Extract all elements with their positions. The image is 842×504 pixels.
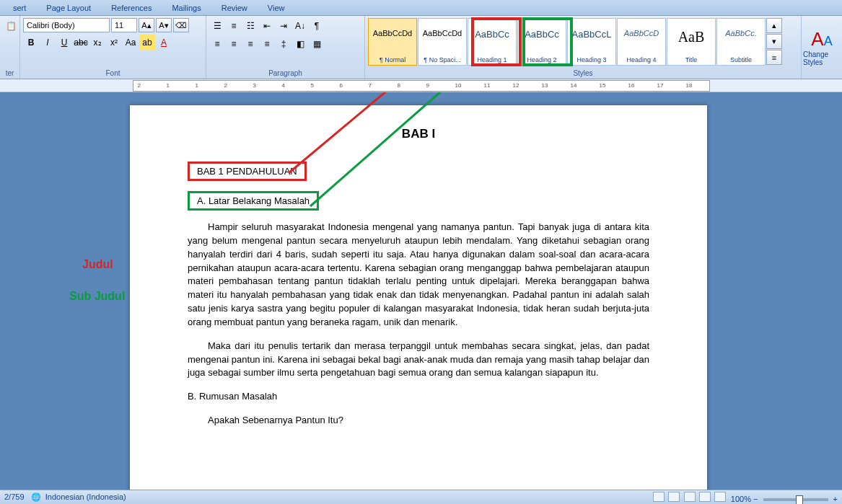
view-draft[interactable] [714, 492, 726, 502]
view-full-screen[interactable] [668, 492, 680, 502]
language-indicator[interactable]: Indonesian (Indonesia) [45, 492, 126, 501]
styles-down[interactable]: ▾ [766, 34, 782, 49]
document-area: Judul Sub Judul BAB I BAB 1 PENDAHULUAN … [0, 92, 842, 490]
paragraph-1: Hampir seluruh masyarakat Indonesia meng… [188, 221, 649, 330]
font-group: A▴ A▾ ⌫ B I U abc x₂ x² Aa ab A Font [20, 16, 206, 79]
change-case-button[interactable]: Aa [123, 35, 139, 50]
zoom-slider[interactable] [763, 498, 828, 501]
doc-heading: BAB I [188, 127, 649, 141]
view-buttons [652, 495, 728, 503]
heading2-highlight [522, 17, 573, 66]
styles-group: AaBbCcDd¶ NormalAaBbCcDd¶ No Spaci...AaB… [365, 16, 802, 79]
view-web-layout[interactable] [684, 492, 696, 502]
style-heading-3[interactable]: AaBbCcLHeading 3 [567, 18, 616, 66]
style-title[interactable]: AaBTitle [667, 18, 716, 66]
annotation-subjudul: Sub Judul [69, 290, 125, 303]
ruler[interactable]: 21123456789101112131415161718 [133, 80, 710, 92]
subjudul-box: A. Latar Belakang Masalah [188, 191, 319, 211]
show-marks-button[interactable]: ¶ [309, 18, 325, 34]
grow-font-button[interactable]: A▴ [139, 18, 154, 32]
paste-button[interactable]: 📋 [3, 18, 19, 34]
ribbon: 📋 ter A▴ A▾ ⌫ B I U abc x₂ x² Aa ab A [0, 16, 842, 79]
paragraph-3: B. Rumusan Masalah [188, 390, 649, 404]
shading-button[interactable]: ◧ [292, 36, 308, 52]
font-label: Font [23, 68, 203, 77]
tab-view[interactable]: View [258, 0, 295, 16]
align-center-button[interactable]: ≡ [226, 36, 242, 52]
bold-button[interactable]: B [23, 35, 39, 50]
strike-button[interactable]: abc [73, 35, 89, 50]
tab-insert[interactable]: sert [3, 0, 36, 16]
numbering-button[interactable]: ≡ [226, 18, 242, 34]
tab-mailings[interactable]: Mailings [162, 0, 211, 16]
clipboard-group: 📋 ter [0, 16, 20, 79]
underline-button[interactable]: U [56, 35, 72, 50]
align-right-button[interactable]: ≡ [242, 36, 258, 52]
bullets-button[interactable]: ☰ [209, 18, 225, 34]
tab-review[interactable]: Review [211, 0, 258, 16]
tab-references[interactable]: References [101, 0, 162, 16]
style-subtitle[interactable]: AaBbCc.Subtitle [716, 18, 766, 66]
align-left-button[interactable]: ≡ [209, 36, 225, 52]
italic-button[interactable]: I [40, 35, 56, 50]
paragraph-4: Apakah Sebenarnya Pantun Itu? [188, 414, 649, 428]
sort-button[interactable]: A↓ [292, 18, 308, 34]
styles-up[interactable]: ▴ [766, 18, 782, 33]
style-heading-4[interactable]: AaBbCcDHeading 4 [617, 18, 666, 66]
styles-label: Styles [368, 68, 798, 77]
multilevel-button[interactable]: ☷ [242, 18, 258, 34]
font-name-combo[interactable] [23, 18, 110, 32]
font-color-button[interactable]: A [156, 35, 172, 50]
zoom-level[interactable]: 100% [731, 495, 751, 503]
clear-format-button[interactable]: ⌫ [173, 18, 189, 32]
highlight-button[interactable]: ab [139, 35, 155, 50]
status-bar: 2/759 🌐 Indonesian (Indonesia) 100% − + [0, 490, 842, 504]
view-print-layout[interactable] [653, 492, 665, 502]
page-indicator[interactable]: 2/759 [4, 492, 25, 501]
paragraph-label: Paragraph [209, 68, 361, 77]
clipboard-label: ter [3, 68, 17, 77]
paragraph-group: ☰ ≡ ☷ ⇤ ⇥ A↓ ¶ ≡ ≡ ≡ ≡ ‡ ◧ ▦ Paragraph [206, 16, 365, 79]
zoom-in-button[interactable]: + [833, 495, 838, 503]
view-outline[interactable] [699, 492, 711, 502]
judul-box: BAB 1 PENDAHULUAN [188, 162, 307, 181]
subscript-button[interactable]: x₂ [89, 35, 105, 50]
tab-bar: sert Page Layout References Mailings Rev… [0, 0, 842, 16]
tab-pagelayout[interactable]: Page Layout [36, 0, 101, 16]
style--no-spaci-[interactable]: AaBbCcDd¶ No Spaci... [418, 18, 467, 66]
outdent-button[interactable]: ⇤ [259, 18, 275, 34]
annotation-judul: Judul [82, 258, 113, 271]
change-styles-button[interactable]: AA Change Styles [802, 16, 842, 79]
borders-button[interactable]: ▦ [309, 36, 325, 52]
zoom-out-button[interactable]: − [753, 495, 758, 503]
page[interactable]: BAB I BAB 1 PENDAHULUAN A. Latar Belakan… [130, 105, 707, 490]
superscript-button[interactable]: x² [106, 35, 122, 50]
style--normal[interactable]: AaBbCcDd¶ Normal [368, 18, 417, 66]
horizontal-ruler-bar: 21123456789101112131415161718 [0, 79, 842, 92]
indent-button[interactable]: ⇥ [276, 18, 291, 34]
change-styles-icon: AA [811, 28, 832, 50]
line-spacing-button[interactable]: ‡ [276, 36, 291, 52]
font-size-combo[interactable] [111, 18, 137, 32]
styles-more[interactable]: ≡ [766, 50, 782, 65]
paragraph-2: Maka dari itu penulis tertarik dan meras… [188, 340, 649, 381]
shrink-font-button[interactable]: A▾ [156, 18, 172, 32]
heading1-highlight [471, 17, 522, 66]
justify-button[interactable]: ≡ [259, 36, 275, 52]
